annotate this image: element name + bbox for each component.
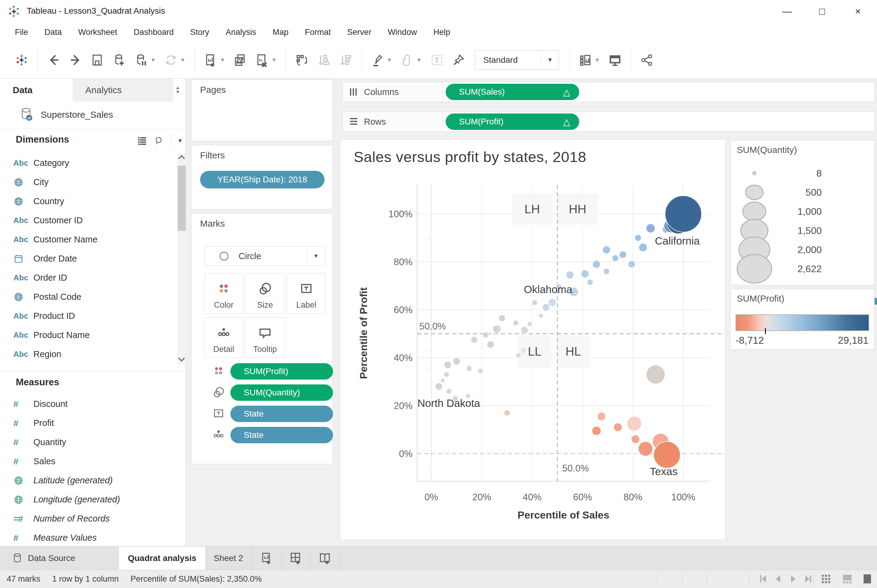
pane-sort-icon[interactable]: ▲▼: [176, 86, 180, 94]
scroll-down-icon[interactable]: [178, 355, 185, 362]
mark-circle[interactable]: [614, 423, 622, 432]
field-quantity[interactable]: # Quantity: [0, 433, 186, 452]
mark-circle[interactable]: [635, 234, 641, 241]
mark-circle[interactable]: [646, 365, 665, 384]
field-customer-name[interactable]: Abc Customer Name: [0, 230, 177, 249]
chevron-down-icon[interactable]: ▼: [177, 138, 183, 144]
mark-circle[interactable]: [592, 426, 601, 435]
menu-file[interactable]: File: [7, 28, 36, 37]
tab-data-source[interactable]: Data Source: [0, 546, 119, 570]
new-worksheet-tab-button[interactable]: [252, 546, 281, 570]
field-product-id[interactable]: Abc Product ID: [0, 306, 177, 326]
mark-circle[interactable]: [631, 435, 640, 444]
field-profit[interactable]: # Profit: [0, 414, 186, 433]
marks-tooltip-button[interactable]: Tooltip: [246, 317, 284, 358]
marks-label-button[interactable]: Label: [287, 273, 326, 314]
duplicate-sheet-button[interactable]: [233, 53, 247, 67]
columns-shelf[interactable]: SUM(Sales)△: [442, 82, 875, 102]
menu-map[interactable]: Map: [264, 28, 297, 37]
field-measure-values[interactable]: # Measure Values: [0, 528, 186, 548]
chevron-down-icon[interactable]: ▼: [271, 57, 277, 63]
field-postal-code[interactable]: Postal Code: [0, 287, 177, 306]
mark-circle[interactable]: [467, 366, 472, 371]
mark-circle[interactable]: [593, 260, 601, 268]
pill-state[interactable]: State: [230, 406, 333, 422]
rows-shelf[interactable]: SUM(Profit)△: [442, 112, 875, 132]
close-button[interactable]: ×: [845, 0, 871, 22]
mark-circle[interactable]: [581, 270, 589, 278]
maximize-button[interactable]: □: [809, 0, 835, 22]
show-tabs-grid-button[interactable]: [820, 573, 832, 585]
view-list-icon[interactable]: [137, 136, 147, 146]
undo-button[interactable]: [47, 53, 61, 67]
chevron-down-icon[interactable]: ▼: [386, 57, 392, 63]
mark-circle[interactable]: [446, 388, 452, 394]
mark-circle[interactable]: [471, 336, 478, 343]
mark-circle[interactable]: [548, 298, 556, 306]
menu-worksheet[interactable]: Worksheet: [70, 28, 126, 37]
mark-circle[interactable]: [587, 279, 593, 285]
menu-analysis[interactable]: Analysis: [217, 28, 264, 37]
scroll-up-icon[interactable]: [178, 155, 185, 162]
field-customer-id[interactable]: Abc Customer ID: [0, 211, 177, 230]
field-order-id[interactable]: Abc Order ID: [0, 268, 177, 287]
sort-descending-button[interactable]: [338, 53, 353, 67]
field-longitude-generated[interactable]: Longitude (generated): [0, 490, 186, 509]
highlight-button[interactable]: ▼: [370, 53, 392, 67]
field-order-date[interactable]: Order Date: [0, 249, 177, 268]
mark-circle[interactable]: [483, 332, 489, 338]
marks-size-button[interactable]: Size: [246, 273, 284, 314]
tab-quadrat-analysis[interactable]: Quadrat analysis: [119, 546, 205, 570]
chevron-down-icon[interactable]: ▼: [416, 57, 422, 63]
mark-circle[interactable]: [453, 358, 460, 365]
mark-circle[interactable]: [604, 268, 610, 274]
mark-circle[interactable]: [515, 352, 521, 358]
fit-mode-select[interactable]: Standard▼: [475, 50, 559, 70]
chevron-down-icon[interactable]: ▼: [595, 57, 600, 63]
mark-circle[interactable]: [513, 320, 518, 326]
menu-server[interactable]: Server: [339, 28, 380, 37]
pin-button[interactable]: [452, 53, 466, 67]
swap-rows-columns-button[interactable]: [295, 53, 309, 67]
mark-circle[interactable]: [638, 441, 653, 456]
last-page-button[interactable]: [802, 573, 815, 585]
pill-sum-profit[interactable]: SUM(Profit): [230, 363, 333, 380]
menu-help[interactable]: Help: [425, 28, 458, 37]
text-label-button[interactable]: [430, 53, 444, 67]
menu-story[interactable]: Story: [182, 28, 217, 37]
refresh-button[interactable]: ▼: [164, 53, 186, 67]
menu-dashboard[interactable]: Dashboard: [125, 28, 182, 37]
sheet-view-button[interactable]: [861, 573, 874, 585]
pause-updates-button[interactable]: ▼: [134, 53, 156, 67]
presentation-mode-button[interactable]: [608, 53, 622, 67]
menu-window[interactable]: Window: [380, 28, 425, 37]
search-icon[interactable]: [154, 136, 164, 146]
sort-ascending-button[interactable]: [317, 53, 330, 67]
field-sales[interactable]: # Sales: [0, 452, 186, 471]
filmstrip-view-button[interactable]: [841, 573, 854, 585]
new-worksheet-button[interactable]: ▼: [204, 53, 225, 67]
previous-page-button[interactable]: [772, 573, 784, 585]
field-number-of-records[interactable]: =# Number of Records: [0, 509, 186, 528]
filter-pill-ship-date[interactable]: YEAR(Ship Date): 2018: [200, 171, 324, 188]
menu-data[interactable]: Data: [36, 28, 70, 37]
mark-circle[interactable]: [435, 383, 443, 390]
field-product-name[interactable]: Abc Product Name: [0, 326, 177, 345]
mark-circle[interactable]: [619, 251, 626, 258]
field-country[interactable]: Country: [0, 192, 177, 211]
mark-circle[interactable]: [493, 325, 501, 333]
mark-circle[interactable]: [521, 327, 528, 334]
mark-circle[interactable]: [504, 410, 510, 416]
scrollbar-thumb[interactable]: [177, 166, 186, 231]
menu-format[interactable]: Format: [297, 28, 339, 37]
mark-circle[interactable]: [527, 322, 532, 327]
mark-circle[interactable]: [499, 315, 505, 322]
mark-circle[interactable]: [597, 412, 606, 421]
pill-sum-profit[interactable]: SUM(Profit)△: [446, 114, 579, 130]
field-latitude-generated[interactable]: Latitude (generated): [0, 471, 186, 490]
mark-circle[interactable]: [627, 416, 641, 431]
field-category[interactable]: Abc Category: [0, 153, 177, 172]
field-city[interactable]: City: [0, 172, 177, 192]
new-dashboard-button[interactable]: [281, 546, 311, 570]
mark-circle[interactable]: [542, 304, 550, 311]
